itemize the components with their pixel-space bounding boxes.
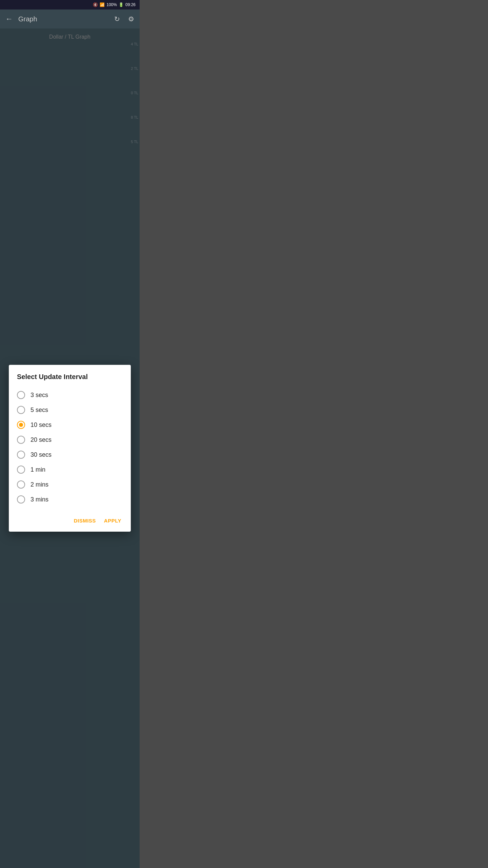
radio-label-5s: 5 secs: [30, 407, 48, 414]
radio-label-2m: 2 mins: [30, 481, 48, 488]
radio-circle-5s: [17, 406, 25, 414]
wifi-icon: 📶: [100, 2, 105, 7]
dialog-overlay: Select Update Interval 3 secs 5 secs: [0, 28, 140, 868]
apply-button[interactable]: APPLY: [103, 515, 123, 526]
radio-circle-3m: [17, 495, 25, 504]
radio-circle-30s: [17, 451, 25, 459]
radio-circle-2m: [17, 480, 25, 489]
dialog-title: Select Update Interval: [17, 373, 123, 381]
dialog-actions: DISMISS APPLY: [17, 512, 123, 526]
radio-list: 3 secs 5 secs 10 secs 20 secs: [17, 388, 123, 507]
radio-inner-10s: [19, 423, 23, 427]
radio-label-3m: 3 mins: [30, 496, 48, 503]
battery-text: 100%: [106, 2, 117, 7]
radio-circle-20s: [17, 436, 25, 444]
radio-label-10s: 10 secs: [30, 421, 52, 429]
radio-circle-10s: [17, 421, 25, 429]
radio-item-3m[interactable]: 3 mins: [17, 492, 123, 507]
radio-item-30s[interactable]: 30 secs: [17, 447, 123, 462]
dismiss-button[interactable]: DISMISS: [73, 515, 97, 526]
radio-item-2m[interactable]: 2 mins: [17, 477, 123, 492]
battery-icon: 🔋: [119, 2, 124, 7]
radio-item-1m[interactable]: 1 min: [17, 462, 123, 477]
status-bar: 🔇 📶 100% 🔋 09:26: [0, 0, 140, 9]
radio-circle-3s: [17, 391, 25, 399]
radio-label-20s: 20 secs: [30, 436, 52, 443]
radio-item-20s[interactable]: 20 secs: [17, 432, 123, 447]
radio-item-3s[interactable]: 3 secs: [17, 388, 123, 402]
radio-item-10s[interactable]: 10 secs: [17, 417, 123, 432]
status-icons: 🔇 📶 100% 🔋 09:26: [93, 2, 136, 7]
radio-item-5s[interactable]: 5 secs: [17, 402, 123, 417]
app-bar-title: Graph: [18, 15, 106, 23]
mute-icon: 🔇: [93, 2, 98, 7]
settings-icon[interactable]: ⚙: [128, 15, 134, 23]
app-bar: ← Graph ↻ ⚙: [0, 9, 140, 28]
background-content: Dollar / TL Graph 4 TL 2 TL 0 TL 8 TL 5 …: [0, 28, 140, 868]
refresh-icon[interactable]: ↻: [114, 15, 120, 23]
time: 09:26: [125, 2, 136, 7]
radio-label-3s: 3 secs: [30, 392, 48, 399]
back-button[interactable]: ←: [5, 15, 13, 23]
radio-label-1m: 1 min: [30, 466, 45, 473]
update-interval-dialog: Select Update Interval 3 secs 5 secs: [9, 365, 131, 532]
radio-label-30s: 30 secs: [30, 451, 52, 458]
radio-circle-1m: [17, 466, 25, 474]
